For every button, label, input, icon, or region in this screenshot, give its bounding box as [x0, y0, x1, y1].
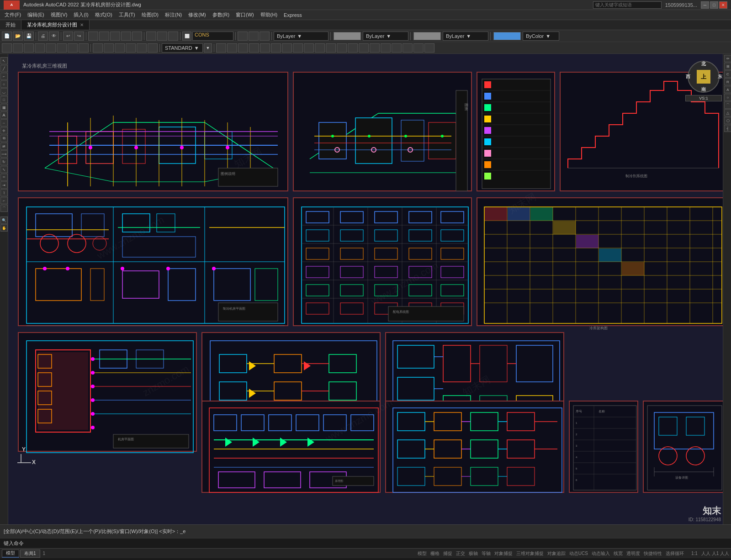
tb2-btn-27[interactable] — [337, 43, 347, 53]
tb2-btn-19[interactable] — [249, 43, 259, 53]
tb2-btn-17[interactable] — [227, 43, 237, 53]
tab-drawing[interactable]: 某冷库机房部分设计图 ✕ — [21, 20, 90, 30]
preview-button[interactable]: 👁 — [49, 32, 59, 41]
tool-extend[interactable]: ⇥ — [0, 181, 8, 189]
tb2-btn-31[interactable] — [381, 43, 391, 53]
menu-express[interactable]: Express — [281, 11, 305, 19]
rt-tool-4[interactable]: R — [724, 78, 731, 85]
tb2-btn-14[interactable] — [148, 43, 158, 53]
tb2-btn-32[interactable] — [392, 43, 402, 53]
status-dynin[interactable]: 动态输入 — [592, 550, 610, 557]
tool-line[interactable]: ╱ — [0, 65, 8, 72]
tool-move[interactable]: ✛ — [0, 127, 8, 134]
redo-button[interactable]: ↪ — [74, 32, 84, 41]
menu-modify[interactable]: 修改(M) — [185, 11, 209, 19]
tb2-btn-16[interactable] — [216, 43, 226, 53]
title-search-input[interactable] — [593, 1, 662, 9]
tb-btn-4[interactable] — [121, 32, 131, 41]
bylayer-dropdown-1[interactable]: ByLayer ▼ — [274, 32, 328, 41]
tb2-btn-6[interactable] — [57, 43, 67, 53]
tb2-btn-15[interactable]: ▼ — [204, 43, 212, 53]
menu-view[interactable]: 视图(V) — [48, 11, 70, 19]
menu-parameter[interactable]: 参数(R) — [210, 11, 232, 19]
layer-input[interactable]: CONS — [192, 32, 233, 41]
command-input[interactable] — [26, 541, 727, 546]
tool-chamfer[interactable]: ⌒ — [0, 205, 8, 212]
menu-format[interactable]: 格式(O) — [92, 11, 115, 19]
tb2-btn-12[interactable] — [126, 43, 136, 53]
tb-btn-10[interactable] — [249, 32, 259, 41]
status-3dosnap[interactable]: 三维对象捕捉 — [516, 550, 544, 557]
tool-pan[interactable]: ✋ — [0, 224, 8, 232]
layout1-tab[interactable]: 布局1 — [20, 549, 40, 558]
tb2-btn-11[interactable] — [115, 43, 125, 53]
bycolor-dropdown[interactable]: ByColor ▼ — [523, 32, 559, 41]
tool-rotate[interactable]: ↻ — [0, 158, 8, 165]
tb2-btn-21[interactable] — [271, 43, 281, 53]
status-osnap[interactable]: 对象捕捉 — [494, 550, 513, 557]
tool-scale[interactable]: ⤡ — [0, 166, 8, 173]
menu-tools[interactable]: 工具(T) — [116, 11, 138, 19]
status-selcyc[interactable]: 选择循环 — [666, 550, 684, 557]
rt-tool-9[interactable]: ⬡ — [724, 117, 731, 124]
style-dropdown[interactable]: STANDARD ▼ — [162, 43, 203, 53]
open-button[interactable]: 📂 — [13, 32, 23, 41]
menu-insert[interactable]: 插入(I) — [71, 11, 91, 19]
tb2-btn-5[interactable] — [46, 43, 56, 53]
rt-tool-3[interactable]: C — [724, 70, 731, 78]
tool-copy[interactable]: ⧉ — [0, 135, 8, 142]
status-grid[interactable]: 栅格 — [430, 550, 440, 557]
menu-window[interactable]: 窗口(W) — [233, 11, 257, 19]
status-polar[interactable]: 极轴 — [469, 550, 478, 557]
tb2-btn-26[interactable] — [326, 43, 336, 53]
rt-tool-2[interactable]: ⊞ — [724, 63, 731, 70]
tb-btn-7[interactable] — [157, 32, 167, 41]
tb2-btn-4[interactable] — [35, 43, 45, 53]
tb2-btn-22[interactable] — [282, 43, 292, 53]
tool-zoom[interactable]: 🔍 — [0, 217, 8, 224]
rt-tool-7[interactable]: ⌒ — [724, 101, 731, 109]
tool-dim[interactable]: ↔ — [0, 119, 8, 127]
tb2-btn-18[interactable] — [238, 43, 248, 53]
tb2-btn-25[interactable] — [315, 43, 325, 53]
tb2-btn-7[interactable] — [68, 43, 78, 53]
status-lweight[interactable]: 线宽 — [614, 550, 623, 557]
status-ortho[interactable]: 正交 — [456, 550, 465, 557]
status-ducs[interactable]: 动态UCS — [569, 550, 588, 557]
tb-btn-5[interactable] — [132, 32, 142, 41]
tool-polyline[interactable]: ⌐ — [0, 73, 8, 80]
tab-start[interactable]: 开始 — [0, 20, 21, 30]
undo-button[interactable]: ↩ — [63, 32, 73, 41]
tb2-btn-1[interactable] — [2, 43, 12, 53]
tb2-btn-35[interactable] — [424, 43, 434, 53]
tb2-btn-9[interactable] — [93, 43, 103, 53]
rt-tool-1[interactable]: ✏ — [724, 55, 731, 62]
tb2-btn-34[interactable] — [413, 43, 424, 53]
tb-btn-9[interactable] — [238, 32, 248, 41]
status-snap[interactable]: 捕捉 — [443, 550, 452, 557]
tb-btn-8[interactable] — [168, 32, 178, 41]
menu-file[interactable]: 文件(F) — [2, 11, 24, 19]
print-button[interactable]: 🖨 — [38, 32, 48, 41]
tb2-btn-8[interactable] — [79, 43, 89, 53]
tb2-btn-10[interactable] — [104, 43, 114, 53]
tool-arc[interactable]: ◡ — [0, 88, 8, 95]
tb2-btn-33[interactable] — [403, 43, 413, 53]
menu-dimension[interactable]: 标注(N) — [162, 11, 185, 19]
tab-close-icon[interactable]: ✕ — [80, 22, 84, 27]
tool-select[interactable]: ↖ — [0, 57, 8, 64]
close-button[interactable]: ✕ — [719, 1, 727, 9]
save-button[interactable]: 💾 — [24, 32, 34, 41]
tb2-btn-29[interactable] — [359, 43, 369, 53]
tool-rect[interactable]: □ — [0, 96, 8, 103]
tb-btn-11[interactable] — [260, 32, 270, 41]
menu-edit[interactable]: 编辑(E) — [25, 11, 47, 19]
maximize-button[interactable]: □ — [710, 1, 718, 9]
tool-text[interactable]: A — [0, 111, 8, 119]
tb2-btn-30[interactable] — [370, 43, 380, 53]
status-otrack[interactable]: 对象追踪 — [547, 550, 566, 557]
tb-btn-1[interactable] — [88, 32, 98, 41]
tb-btn-3[interactable] — [110, 32, 120, 41]
rt-tool-5[interactable]: A — [724, 86, 731, 93]
canvas-area[interactable]: 某冷库机房三维视图 — [8, 54, 731, 524]
